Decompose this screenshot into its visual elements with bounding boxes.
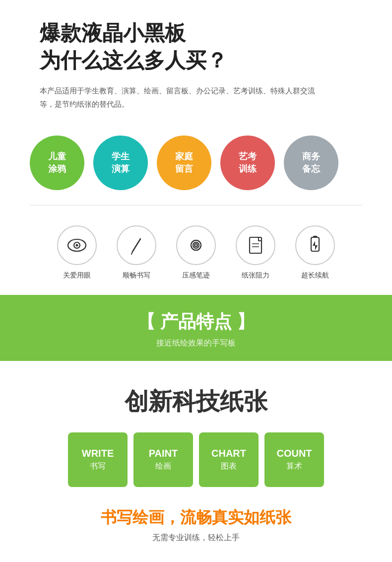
card-paint: PAINT 绘画	[133, 432, 193, 487]
usecase-business-memo: 商务 备忘	[284, 136, 338, 190]
svg-line-3	[132, 239, 140, 252]
banner-subtitle: 接近纸绘效果的手写板	[20, 338, 372, 349]
paper-icon	[236, 225, 275, 265]
innovation-section: 创新科技纸张 WRITE 书写 PAINT 绘画 CHART 图表 COUNT …	[0, 361, 392, 562]
header-section: 爆款液晶小黑板 为什么这么多人买？ 本产品适用于学生教育、演算、绘画、留言板、办…	[0, 0, 392, 121]
battery-icon	[295, 225, 335, 265]
svg-marker-14	[313, 241, 318, 250]
feature-battery: 超长续航	[295, 225, 335, 280]
svg-rect-13	[313, 236, 317, 238]
card-write-zh: 书写	[90, 461, 106, 472]
main-title: 爆款液晶小黑板 为什么这么多人买？	[40, 20, 352, 74]
card-chart-en: CHART	[211, 448, 246, 459]
card-count-en: COUNT	[276, 448, 312, 459]
innovation-cards-row: WRITE 书写 PAINT 绘画 CHART 图表 COUNT 算术	[30, 432, 362, 487]
feature-smooth-write: 顺畅书写	[117, 225, 156, 280]
svg-point-8	[196, 245, 196, 246]
feature-paper-resistance-label: 纸张阻力	[242, 271, 269, 280]
svg-line-4	[131, 252, 132, 254]
spiral-icon	[176, 225, 216, 265]
card-paint-en: PAINT	[149, 448, 178, 459]
feature-eye-care-label: 关爱用眼	[63, 271, 91, 280]
innovation-title: 创新科技纸张	[30, 386, 362, 418]
svg-point-2	[76, 244, 78, 247]
banner-title: 【 产品特点 】	[20, 310, 372, 334]
usecase-student-calc: 学生 演算	[93, 136, 148, 190]
features-section: 关爱用眼 顺畅书写 压感笔迹	[0, 206, 392, 295]
eye-care-icon	[57, 225, 97, 265]
feature-eye-care: 关爱用眼	[57, 225, 97, 280]
feature-smooth-write-label: 顺畅书写	[123, 271, 150, 280]
card-paint-zh: 绘画	[155, 461, 171, 472]
feature-pressure-label: 压感笔迹	[182, 271, 210, 280]
card-count-zh: 算术	[286, 461, 302, 472]
innovation-bottom-sub: 无需专业训练，轻松上手	[30, 533, 362, 543]
green-banner-section: 【 产品特点 】 接近纸绘效果的手写板	[0, 295, 392, 361]
usecase-family-message: 家庭 留言	[157, 136, 211, 190]
svg-rect-9	[250, 237, 261, 253]
card-count: COUNT 算术	[264, 432, 324, 487]
card-write-en: WRITE	[82, 448, 114, 459]
card-chart-zh: 图表	[221, 461, 237, 472]
usecase-art-exam: 艺考 训练	[220, 136, 275, 190]
feature-paper-resistance: 纸张阻力	[236, 225, 275, 280]
usecase-children-doodle: 儿童 涂鸦	[30, 136, 84, 190]
header-description: 本产品适用于学生教育、演算、绘画、留言板、办公记录、艺考训练、特殊人群交流等，是…	[40, 84, 327, 111]
feature-pressure: 压感笔迹	[176, 225, 216, 280]
usecases-section: 儿童 涂鸦 学生 演算 家庭 留言 艺考 训练 商务 备忘	[0, 121, 392, 205]
innovation-bottom-title: 书写绘画，流畅真实如纸张	[30, 507, 362, 529]
pen-icon	[117, 225, 156, 265]
card-write: WRITE 书写	[68, 432, 128, 487]
card-chart: CHART 图表	[199, 432, 259, 487]
feature-battery-label: 超长续航	[301, 271, 329, 280]
